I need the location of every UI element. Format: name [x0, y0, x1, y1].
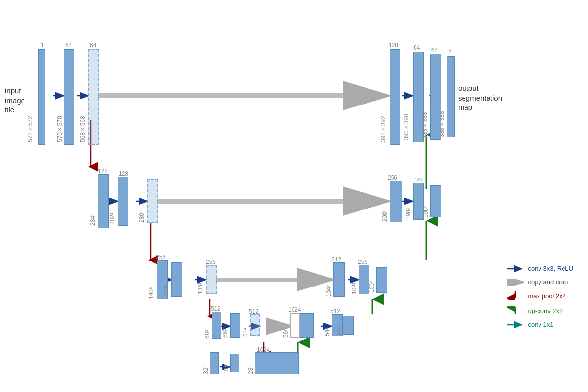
- fmap-r3-r2: [359, 265, 369, 294]
- label-r2-r3-sz: 196²: [422, 206, 429, 218]
- label-r1-r1-ch: 128: [389, 42, 398, 49]
- label-r2-1-ch: 128: [98, 168, 108, 175]
- fmap-r3-2: [172, 262, 182, 297]
- legend-conv3x3: conv 3x3, ReLU: [507, 265, 574, 272]
- fmap-r3-3: [206, 265, 217, 294]
- fmap-r2-3: [147, 179, 158, 223]
- label-r4-1-ch: 512: [211, 305, 220, 312]
- input-label: inputimagetile: [5, 86, 25, 115]
- label-r1-3-ch: 64: [90, 42, 96, 49]
- label-r1-1-ch: 1: [41, 42, 44, 49]
- label-r1-r3-sz: 388 × 388: [421, 112, 428, 138]
- label-r2-r2-ch: 128: [413, 177, 423, 183]
- fmap-r1-1: [38, 49, 45, 145]
- fmap-r2-2: [118, 177, 128, 226]
- output-label: outputsegmentationmap: [458, 83, 502, 112]
- fmap-r5-2: [230, 354, 239, 372]
- label-r4-r2-sz: 54²: [324, 328, 331, 336]
- fmap-r1-3: [88, 49, 99, 145]
- fmap-r2-r3: [430, 185, 441, 217]
- legend-conv1x1: conv 1x1: [507, 321, 574, 328]
- label-r1-1-sz: 572 × 572: [27, 116, 34, 142]
- label-r1-r2-ch: 64: [414, 44, 420, 51]
- fmap-r1-2: [64, 49, 74, 145]
- label-r3-r1-sz: 104²: [325, 285, 332, 297]
- fmap-r4-r3: [343, 316, 354, 335]
- legend: conv 3x3, ReLU copy and crop: [507, 265, 574, 328]
- label-r3-3-sz: 136²: [197, 283, 204, 294]
- label-r4-2-sz: 66²: [222, 329, 229, 338]
- fmap-r4-1: [212, 312, 221, 339]
- legend-upconv: up-conv 2x2: [507, 306, 574, 315]
- label-r5-2-sz: 30²: [223, 365, 230, 373]
- label-r3-1-sz: 140²: [148, 287, 155, 299]
- fmap-r4-2: [230, 313, 240, 338]
- label-r5-3-sz: 28²: [247, 366, 254, 374]
- label-r3-2-sz: 138²: [163, 285, 170, 297]
- label-r1-2-sz: 570 × 570: [56, 116, 63, 142]
- label-r5-1-sz: 32²: [202, 366, 209, 374]
- fmap-r3-r1: [333, 262, 345, 297]
- label-r3-3-ch: 256: [206, 259, 216, 265]
- label-r3-r3-sz: 100²: [368, 281, 375, 293]
- label-r4-r0-sz: 56²: [282, 329, 289, 338]
- fmap-r5-3: [255, 352, 299, 374]
- label-r1-r4-sz: 388 × 388: [439, 111, 445, 137]
- fmap-r1-r4: [447, 56, 455, 137]
- fmap-r5-1: [210, 352, 219, 374]
- label-r4-3-ch: 512: [249, 308, 259, 315]
- label-r4-r3-sz: 52²: [336, 327, 343, 335]
- label-r1-r1-sz: 392 × 392: [380, 116, 387, 142]
- label-r2-2-sz: 282²: [109, 213, 116, 225]
- fmap-r4-3: [250, 314, 260, 336]
- label-r3-r2-sz: 102²: [351, 283, 358, 294]
- legend-maxpool: max pool 2x2: [507, 291, 574, 300]
- label-r2-r1-ch: 256: [388, 174, 397, 181]
- fmap-r2-r1: [390, 181, 402, 222]
- label-r1-3-sz: 568 × 568: [79, 116, 86, 142]
- label-r4-r2-ch: 512: [330, 308, 340, 314]
- label-r4-1-sz: 68²: [204, 330, 211, 339]
- fmap-r1-r1: [390, 49, 400, 145]
- label-r4-r0-ch: 1024: [288, 306, 301, 313]
- label-r4-3-sz: 64²: [242, 328, 249, 337]
- label-r2-3-sz: 280²: [138, 211, 145, 223]
- label-r3-r2-ch: 256: [358, 259, 368, 265]
- label-r2-r1-sz: 200²: [381, 210, 388, 222]
- label-r2-1-sz: 284²: [89, 214, 96, 226]
- label-r3-r1-ch: 512: [331, 256, 341, 263]
- label-r1-r4-ch: 2: [448, 49, 452, 56]
- label-r1-r3-ch: 64: [431, 47, 438, 53]
- label-r1-2-ch: 64: [65, 42, 72, 49]
- fmap-r4-r1: [300, 313, 314, 338]
- fmap-r2-1: [98, 174, 109, 228]
- label-r1-r2-sz: 390 × 390: [403, 114, 410, 140]
- label-r3-1-ch: 256: [156, 254, 166, 261]
- legend-copy-crop: copy and crop: [507, 278, 574, 286]
- label-r2-r2-sz: 198²: [405, 208, 412, 220]
- fmap-r4-r0: [290, 313, 300, 338]
- label-r2-2-ch: 128: [119, 170, 128, 177]
- unet-diagram: 1 572 × 572 64 570 × 570 64 568 × 568 12…: [0, 0, 588, 392]
- fmap-r3-r3: [376, 267, 387, 293]
